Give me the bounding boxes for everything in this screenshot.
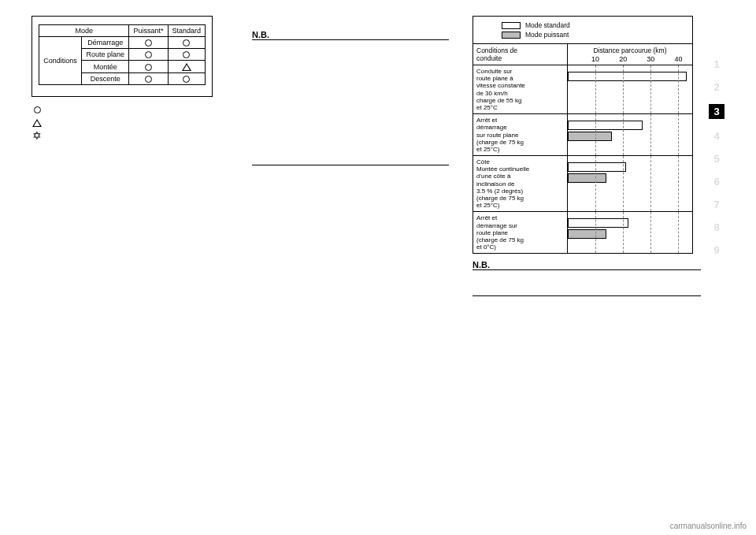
chapter-tab-7[interactable]: 7 bbox=[713, 199, 719, 210]
bar-standard bbox=[568, 162, 626, 172]
chart-header-left: Conditions de conduite bbox=[473, 44, 568, 65]
chart-row-bars bbox=[568, 114, 692, 155]
bar-puissant bbox=[568, 173, 606, 183]
bar-standard bbox=[568, 72, 687, 81]
legend-row-circle: — puissance adaptée aux conditions bbox=[32, 105, 228, 113]
chapter-tab-3[interactable]: 3 bbox=[709, 104, 724, 119]
modes-cell bbox=[129, 61, 168, 73]
legend-standard: Mode standard bbox=[502, 21, 687, 29]
gridline bbox=[678, 65, 679, 113]
chapter-tab-4[interactable]: 4 bbox=[713, 130, 719, 142]
chart-body: Conduite sur route plane à vitesse const… bbox=[473, 65, 692, 253]
nb-heading: N.B. bbox=[252, 30, 449, 40]
bar-standard bbox=[568, 218, 628, 228]
gridline bbox=[595, 65, 596, 113]
column-1: Mode Puissant* Standard Conditions Démar… bbox=[32, 16, 228, 527]
modes-table-header-puissant: Puissant* bbox=[129, 25, 168, 37]
modes-cell bbox=[168, 37, 205, 49]
circle-icon bbox=[183, 76, 190, 83]
bar-standard bbox=[568, 121, 643, 130]
modes-cell bbox=[129, 37, 168, 49]
modes-table-rowgroup: Conditions bbox=[39, 37, 82, 85]
col3-nb: N.B. Le véhicule peut gravir des côtes d… bbox=[472, 260, 701, 301]
gridline bbox=[650, 65, 651, 113]
modes-cell bbox=[129, 49, 168, 61]
column-3: Mode standard Mode puissant Conditions d… bbox=[472, 16, 701, 527]
modes-table: Mode Puissant* Standard Conditions Démar… bbox=[39, 24, 206, 85]
axis-title: Distance parcourue (km) bbox=[568, 46, 692, 54]
section-divider bbox=[472, 295, 701, 296]
bar-puissant bbox=[568, 229, 606, 239]
gridline bbox=[595, 156, 596, 211]
footer-watermark: carmanualsonline.info bbox=[670, 522, 747, 530]
chart-header-axis: Distance parcourue (km) 10203040 bbox=[568, 44, 692, 65]
modes-table-box: Mode Puissant* Standard Conditions Démar… bbox=[32, 16, 213, 97]
gridline bbox=[623, 114, 624, 155]
chart-row-condition: Arrêt et démarrage sur route plane (char… bbox=[473, 212, 568, 253]
chapter-tab-5[interactable]: 5 bbox=[713, 153, 719, 165]
chart-row-condition: Arrêt et démarrage sur route plane (char… bbox=[473, 114, 568, 155]
gridline bbox=[650, 212, 651, 253]
swatch-puissant-icon bbox=[502, 32, 521, 39]
modes-row-label: Route plane bbox=[81, 49, 129, 61]
gridline bbox=[650, 114, 651, 155]
section-divider bbox=[252, 165, 449, 165]
triangle-icon bbox=[182, 63, 191, 71]
gridline bbox=[595, 212, 596, 253]
swatch-standard-icon bbox=[502, 22, 521, 29]
gridline bbox=[678, 156, 679, 211]
bar-puissant bbox=[568, 132, 612, 141]
range-chart: Mode standard Mode puissant Conditions d… bbox=[472, 16, 693, 254]
chapter-nav: 123456789 bbox=[701, 16, 732, 527]
nb-body: Le véhicule peut gravir des côtes d'une … bbox=[472, 272, 701, 291]
gridline bbox=[678, 114, 679, 155]
chart-row-bars bbox=[568, 212, 692, 253]
gridline bbox=[623, 65, 624, 113]
chapter-tab-8[interactable]: 8 bbox=[713, 221, 719, 233]
axis-tick: 40 bbox=[674, 55, 682, 63]
gridline bbox=[650, 156, 651, 211]
legend-row-star: ✡ — le mode puissant consomme plus d'éne… bbox=[32, 132, 228, 149]
chart-row: Arrêt et démarrage sur route plane (char… bbox=[473, 212, 692, 253]
modes-cell bbox=[168, 61, 205, 73]
legend-puissant: Mode puissant bbox=[502, 31, 687, 39]
chart-row-bars bbox=[568, 156, 692, 211]
triangle-icon bbox=[32, 118, 43, 127]
legend-text: — le mode puissant consomme plus d'énerg… bbox=[47, 132, 228, 149]
modes-row-label: Montée bbox=[81, 61, 129, 73]
chapter-tab-6[interactable]: 6 bbox=[713, 176, 719, 188]
gridline bbox=[678, 212, 679, 253]
manual-page: Mode Puissant* Standard Conditions Démar… bbox=[0, 0, 756, 535]
chart-legend: Mode standard Mode puissant bbox=[473, 17, 692, 44]
nb-heading: N.B. bbox=[472, 260, 701, 270]
legend-label: Mode standard bbox=[525, 21, 570, 29]
chart-row: Conduite sur route plane à vitesse const… bbox=[473, 65, 692, 114]
legend-label: Mode puissant bbox=[525, 31, 569, 39]
column-2: N.B. L'autonomie sur charge varie en fon… bbox=[252, 16, 449, 527]
circle-icon bbox=[145, 76, 152, 83]
axis-tick: 20 bbox=[619, 55, 627, 63]
chapter-tab-9[interactable]: 9 bbox=[713, 244, 719, 256]
modes-cell bbox=[129, 72, 168, 84]
axis-tick: 30 bbox=[647, 55, 654, 63]
chart-intro: Le graphique suivant illustre l'autonomi… bbox=[252, 170, 449, 190]
axis-ticks: 10203040 bbox=[568, 55, 692, 65]
circle-icon bbox=[145, 51, 152, 58]
chapter-tab-2[interactable]: 2 bbox=[713, 81, 719, 93]
legend-row-triangle: — puissance réduite par rapport au mode … bbox=[32, 118, 228, 127]
modes-cell bbox=[168, 72, 205, 84]
circle-icon bbox=[183, 39, 190, 46]
circle-icon bbox=[145, 64, 152, 71]
circle-icon bbox=[145, 39, 152, 46]
star-icon: ✡ bbox=[32, 132, 43, 139]
chapter-tab-1[interactable]: 1 bbox=[713, 58, 719, 70]
modes-row-label: Démarrage bbox=[81, 37, 129, 49]
legend-text: — puissance adaptée aux conditions bbox=[47, 105, 228, 113]
modes-table-header-mode: Mode bbox=[39, 25, 129, 37]
gridline bbox=[595, 114, 596, 155]
legend-text: — puissance réduite par rapport au mode … bbox=[47, 118, 228, 127]
circle-icon bbox=[32, 105, 43, 113]
nb-body: L'autonomie sur charge varie en fonction… bbox=[252, 42, 449, 160]
modes-legend: — puissance adaptée aux conditions — pui… bbox=[32, 105, 228, 154]
gridline bbox=[623, 212, 624, 253]
